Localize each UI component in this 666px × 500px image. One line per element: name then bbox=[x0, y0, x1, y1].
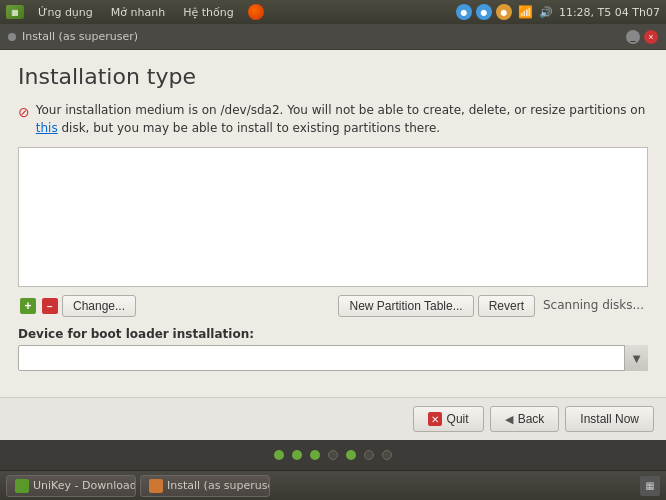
partition-toolbar: + − Change... New Partition Table... Rev… bbox=[18, 295, 648, 317]
info-link[interactable]: this bbox=[36, 121, 58, 135]
progress-dot-4 bbox=[328, 450, 338, 460]
close-button[interactable]: × bbox=[644, 30, 658, 44]
taskbar-left: ▦ Ứng dụng Mở nhanh Hệ thống bbox=[6, 4, 264, 21]
progress-dots bbox=[0, 440, 666, 470]
window-dot-icon bbox=[8, 33, 16, 41]
info-text: Your installation medium is on /dev/sda2… bbox=[36, 101, 648, 137]
taskbar-right: ● ● ● 📶 🔊 11:28, T5 04 Th07 bbox=[456, 4, 660, 20]
change-button[interactable]: Change... bbox=[62, 295, 136, 317]
progress-dot-2 bbox=[292, 450, 302, 460]
partition-toolbar-right: New Partition Table... Revert Scanning d… bbox=[338, 295, 648, 317]
warning-icon: ⊘ bbox=[18, 102, 30, 123]
menu-app[interactable]: Ứng dụng bbox=[34, 4, 97, 21]
desktop-icon[interactable]: ▦ bbox=[640, 476, 660, 496]
add-partition-button[interactable]: + bbox=[18, 296, 38, 316]
progress-dot-6 bbox=[364, 450, 374, 460]
taskbar-right-corner: ▦ bbox=[640, 476, 660, 496]
bottom-taskbar: UniKey - Download Un... Install (as supe… bbox=[0, 470, 666, 500]
progress-dot-7 bbox=[382, 450, 392, 460]
status-icon-3[interactable]: ● bbox=[496, 4, 512, 20]
install-window-icon bbox=[149, 479, 163, 493]
top-taskbar: ▦ Ứng dụng Mở nhanh Hệ thống ● ● ● 📶 🔊 1… bbox=[0, 0, 666, 24]
status-icon-1[interactable]: ● bbox=[456, 4, 472, 20]
partition-table bbox=[18, 147, 648, 287]
remove-partition-button[interactable]: − bbox=[40, 296, 60, 316]
scanning-disks-text: Scanning disks... bbox=[539, 295, 648, 317]
firefox-icon[interactable] bbox=[248, 4, 264, 20]
bootloader-select-wrapper: ▼ bbox=[18, 345, 648, 371]
add-partition-icon: + bbox=[20, 298, 36, 314]
bootloader-select[interactable] bbox=[18, 345, 648, 371]
taskbar-item-install[interactable]: Install (as superuser) bbox=[140, 475, 270, 497]
remove-partition-icon: − bbox=[42, 298, 58, 314]
clock: 11:28, T5 04 Th07 bbox=[559, 6, 660, 19]
back-button[interactable]: ◀ Back bbox=[490, 406, 560, 432]
progress-dot-5 bbox=[346, 450, 356, 460]
main-content: Installation type ⊘ Your installation me… bbox=[0, 50, 666, 397]
window-title-text: Install (as superuser) bbox=[22, 30, 138, 43]
quit-icon: ✕ bbox=[428, 412, 442, 426]
status-icon-2[interactable]: ● bbox=[476, 4, 492, 20]
button-bar: ✕ Quit ◀ Back Install Now bbox=[0, 397, 666, 440]
partition-toolbar-left: + − Change... bbox=[18, 295, 136, 317]
window-title-bar: Install (as superuser) bbox=[8, 30, 138, 43]
bootloader-section: Device for boot loader installation: ▼ bbox=[18, 327, 648, 371]
taskbar-item-unikey[interactable]: UniKey - Download Un... bbox=[6, 475, 136, 497]
window-chrome: Install (as superuser) _ × bbox=[0, 24, 666, 50]
window-controls: _ × bbox=[626, 30, 658, 44]
quit-button[interactable]: ✕ Quit bbox=[413, 406, 484, 432]
app-icon: ▦ bbox=[6, 5, 24, 19]
page-title: Installation type bbox=[18, 64, 648, 89]
bootloader-label: Device for boot loader installation: bbox=[18, 327, 648, 341]
volume-icon: 🔊 bbox=[539, 6, 553, 19]
wifi-icon: 📶 bbox=[518, 5, 533, 19]
menu-system[interactable]: Hệ thống bbox=[179, 4, 238, 21]
unikey-window-icon bbox=[15, 479, 29, 493]
revert-button[interactable]: Revert bbox=[478, 295, 535, 317]
progress-dot-3 bbox=[310, 450, 320, 460]
menu-open[interactable]: Mở nhanh bbox=[107, 4, 169, 21]
info-banner: ⊘ Your installation medium is on /dev/sd… bbox=[18, 101, 648, 137]
status-icons: ● ● ● bbox=[456, 4, 512, 20]
install-now-button[interactable]: Install Now bbox=[565, 406, 654, 432]
minimize-button[interactable]: _ bbox=[626, 30, 640, 44]
back-arrow-icon: ◀ bbox=[505, 413, 513, 426]
progress-dot-1 bbox=[274, 450, 284, 460]
new-partition-table-button[interactable]: New Partition Table... bbox=[338, 295, 473, 317]
